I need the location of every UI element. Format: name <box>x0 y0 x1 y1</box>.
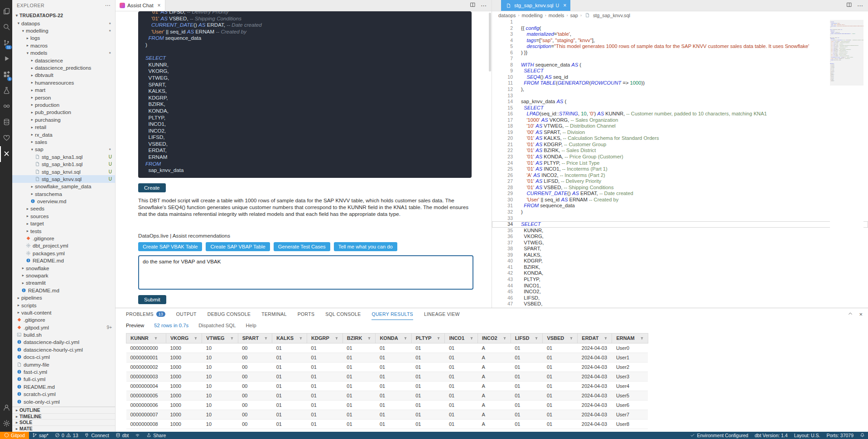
rec-button-tell-me-what-you-can-do[interactable]: Tell me what you can do <box>334 242 397 251</box>
activity-dataops-assist-button[interactable] <box>0 146 12 162</box>
tree-item-scripts[interactable]: ▸scripts <box>12 301 115 309</box>
tab-assist-chat[interactable]: Assist Chat × <box>116 0 165 11</box>
activity-database-button[interactable] <box>0 115 12 130</box>
tree-item-README.md[interactable]: README.md <box>12 383 115 390</box>
breadcrumb-item-modelling[interactable]: modelling <box>521 13 542 18</box>
tree-item-macros[interactable]: ▸macros <box>12 42 115 49</box>
tree-item-rx_data[interactable]: ▸rx_data <box>12 131 115 138</box>
tree-item-stg_sap_kna1.sql[interactable]: stg_sap_kna1.sqlU <box>12 153 115 160</box>
close-icon[interactable]: × <box>859 311 863 318</box>
column-header-ERNAM[interactable]: ERNAM <box>612 334 648 344</box>
panel-tab-lineage-view[interactable]: LINEAGE VIEW <box>424 308 460 320</box>
more-actions-icon[interactable]: ⋯ <box>481 2 487 9</box>
filter-funnel-icon[interactable] <box>404 336 407 341</box>
status-ports[interactable]: Ports: 37079 <box>823 432 857 439</box>
tree-item-sources[interactable]: ▸sources <box>12 212 115 220</box>
create-button[interactable]: Create <box>138 183 166 192</box>
filter-funnel-icon[interactable] <box>367 336 371 341</box>
tree-item-snowflake_sample_data[interactable]: ▸snowflake_sample_data <box>12 183 115 190</box>
column-header-INCO1[interactable]: INCO1 <box>445 334 478 344</box>
column-header-VSBED[interactable]: VSBED <box>543 334 578 344</box>
tree-item-datascience-hourly-ci.yml[interactable]: datascience-hourly-ci.yml <box>12 346 115 353</box>
activity-extensions-button[interactable]: 3 <box>0 67 12 83</box>
tab-stg-sap-knvv-sql[interactable]: stg_sap_knvv.sql U × <box>501 0 570 11</box>
tree-item-fast-ci.yml[interactable]: fast-ci.yml <box>12 368 115 375</box>
tree-item-purchasing[interactable]: ▸purchasing <box>12 116 115 123</box>
tree-item-humanresources[interactable]: ▸humanresources <box>12 79 115 86</box>
tree-item-.gitignore[interactable]: .gitignore <box>12 316 115 324</box>
tree-item-README.md[interactable]: README.md <box>12 257 115 264</box>
activity-search-button[interactable] <box>0 19 12 35</box>
filter-funnel-icon[interactable] <box>230 336 234 341</box>
tree-item-sap[interactable]: ▾sap● <box>12 146 115 153</box>
subtab-dispatched-sql[interactable]: Dispatched SQL <box>198 323 236 328</box>
column-header-INCO2[interactable]: INCO2 <box>478 334 511 344</box>
status-dbt-version[interactable]: dbt Version: 1.4 <box>752 432 791 439</box>
sidebar-section-sole[interactable]: ▸SOLE <box>12 419 115 425</box>
column-header-ERDAT[interactable]: ERDAT <box>578 334 612 344</box>
breadcrumb-item-sap[interactable]: sap <box>570 13 578 18</box>
filter-funnel-icon[interactable] <box>154 336 158 341</box>
assist-input[interactable]: do the same for VBAP and VBAK <box>138 255 473 290</box>
explorer-more-icon[interactable]: ⋯ <box>105 2 111 9</box>
chevron-up-icon[interactable] <box>848 311 853 318</box>
sidebar-section-outline[interactable]: ▸OUTLINE <box>12 407 115 413</box>
tree-item-seeds[interactable]: ▸seeds <box>12 205 115 212</box>
column-header-KDGRP[interactable]: KDGRP <box>307 334 343 344</box>
filter-funnel-icon[interactable] <box>264 336 268 341</box>
status-share[interactable]: Share <box>143 432 169 439</box>
subtab-52-rows-in-0-7s[interactable]: 52 rows in 0.7s <box>154 323 188 328</box>
tree-item-dummy-file[interactable]: dummy-file <box>12 361 115 368</box>
tree-item-vault-content[interactable]: ▸vault-content <box>12 309 115 316</box>
table-row[interactable]: 000000000310001000010101010101A01012024-… <box>126 372 648 382</box>
tree-item-person[interactable]: ▸person <box>12 94 115 101</box>
filter-funnel-icon[interactable] <box>503 336 506 341</box>
tree-item-streamlit[interactable]: ▸streamlit <box>12 279 115 286</box>
status-dbt[interactable]: dbt <box>112 432 132 439</box>
split-editor-icon[interactable] <box>470 2 476 9</box>
status-environment[interactable]: Environment Configured <box>687 432 751 439</box>
activity-explorer-button[interactable] <box>0 4 12 19</box>
breadcrumb-item-stg_sap_knvv.sql[interactable]: stg_sap_knvv.sql <box>584 12 630 18</box>
tree-item-target[interactable]: ▸target <box>12 220 115 227</box>
tree-item-overview.md[interactable]: overview.md <box>12 197 115 205</box>
rec-button-create-sap-vbak-table[interactable]: Create SAP VBAK Table <box>138 242 202 251</box>
workspace-header[interactable]: ▾ TRUEDATAOPS-22 <box>12 11 115 19</box>
tree-item-pub_production[interactable]: ▸pub_production <box>12 109 115 116</box>
subtab-preview[interactable]: Preview <box>126 323 144 328</box>
tree-item-models[interactable]: ▾models● <box>12 49 115 57</box>
close-icon[interactable]: × <box>563 3 566 8</box>
sidebar-section-timeline[interactable]: ▸TIMELINE <box>12 413 115 420</box>
tree-item-stg_sap_knb1.sql[interactable]: stg_sap_knb1.sqlU <box>12 160 115 167</box>
tree-item-dataops[interactable]: ▾dataops● <box>12 19 115 27</box>
panel-tab-debug-console[interactable]: DEBUG CONSOLE <box>207 308 251 320</box>
tree-item-starschema[interactable]: ▸starschema <box>12 190 115 197</box>
table-row[interactable]: 000000000610001000010101010101A01012024-… <box>126 401 648 410</box>
table-row[interactable]: 000000000510001000010101010101A01012024-… <box>126 391 648 401</box>
table-row[interactable]: 000000000410001000010101010101A01012024-… <box>126 382 648 391</box>
minimap-slider[interactable] <box>830 20 863 86</box>
activity-remote-button[interactable] <box>0 99 12 115</box>
filter-funnel-icon[interactable] <box>194 336 198 341</box>
filter-funnel-icon[interactable] <box>299 336 303 341</box>
activity-account-button[interactable] <box>0 400 12 416</box>
table-row[interactable]: 000000000210001000010101010101A01012024-… <box>126 363 648 372</box>
tree-item-stg_sap_knvi.sql[interactable]: stg_sap_knvi.sqlU <box>12 168 115 175</box>
rec-button-generate-test-cases[interactable]: Generate Test Cases <box>274 242 330 251</box>
tree-item-modelling[interactable]: ▾modelling● <box>12 27 115 34</box>
tree-item-sole-only-ci.yml[interactable]: sole-only-ci.yml <box>12 398 115 405</box>
column-header-VTWEG[interactable]: VTWEG <box>202 334 238 344</box>
tree-item-scratch-ci.yml[interactable]: scratch-ci.yml <box>12 391 115 398</box>
tree-item-datascience_predictions[interactable]: ▸datascience_predictions <box>12 64 115 71</box>
panel-tab-ports[interactable]: PORTS <box>298 308 314 320</box>
panel-tab-terminal[interactable]: TERMINAL <box>261 308 287 320</box>
tree-item-docs-ci.yml[interactable]: docs-ci.yml <box>12 353 115 361</box>
status-notifications[interactable] <box>857 432 868 439</box>
tree-item-full-ci.yml[interactable]: full-ci.yml <box>12 376 115 383</box>
breadcrumb-item-dataops[interactable]: dataops <box>498 13 516 18</box>
panel-tab-output[interactable]: OUTPUT <box>176 308 197 320</box>
tree-item-retail[interactable]: ▸retail <box>12 123 115 130</box>
column-header-SPART[interactable]: SPART <box>238 334 272 344</box>
column-header-KONDA[interactable]: KONDA <box>376 334 411 344</box>
tree-item-tests[interactable]: ▸tests <box>12 227 115 234</box>
